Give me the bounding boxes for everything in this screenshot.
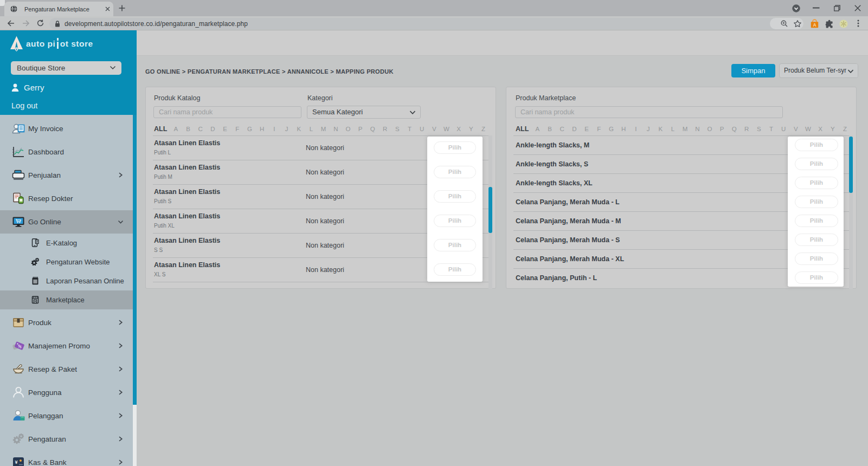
svg-text:A: A [813,22,816,28]
svg-text:¥: ¥ [15,459,17,465]
